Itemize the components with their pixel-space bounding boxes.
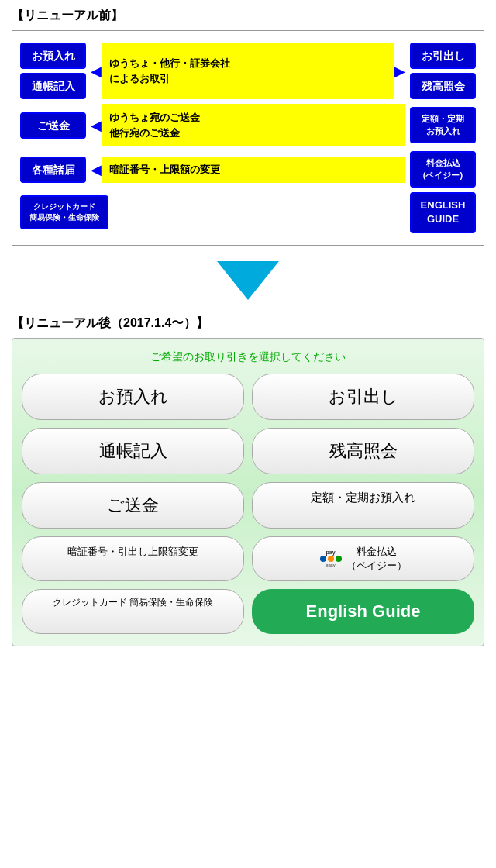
after-section: 【リニューアル後（2017.1.4〜）】 ご希望のお取り引きを選択してください … bbox=[12, 315, 484, 646]
before-fixed-btn[interactable]: 定額・定期お預入れ bbox=[410, 107, 476, 143]
before-label: 【リニューアル前】 bbox=[12, 8, 484, 24]
payeasy-logo: pay easy bbox=[320, 549, 342, 569]
before-misc-btn[interactable]: 各種諸届 bbox=[20, 157, 86, 183]
after-fixed-btn[interactable]: 定額・定期お預入れ bbox=[252, 482, 474, 529]
after-balance-btn[interactable]: 残高照会 bbox=[252, 428, 474, 474]
after-pin-btn[interactable]: 暗証番号・引出し上限額変更 bbox=[22, 536, 244, 581]
before-credit-btn[interactable]: クレジットカード簡易保険・生命保険 bbox=[20, 195, 108, 229]
arrow-down-container bbox=[12, 261, 484, 300]
arrow-right-1: ▶ bbox=[394, 63, 405, 80]
arrow-left-3: ◀ bbox=[91, 161, 102, 178]
arrow-left-2: ◀ bbox=[91, 117, 102, 134]
before-section: 【リニューアル前】 お預入れ 通帳記入 ◀ ゆうちょ・他行・証券会社によるお取引… bbox=[12, 8, 484, 246]
arrow-down-icon bbox=[217, 261, 279, 300]
after-panel: ご希望のお取り引きを選択してください お預入れ お引出し 通帳記入 残高照会 ご… bbox=[12, 338, 484, 646]
yellow-box-2: ゆうちょ宛のご送金他行宛のご送金 bbox=[102, 104, 405, 146]
before-panel: お預入れ 通帳記入 ◀ ゆうちょ・他行・証券会社によるお取引 ▶ お引出し 残高… bbox=[12, 30, 484, 246]
payeasy-label: 料金払込（ペイジー） bbox=[346, 545, 407, 573]
before-english-btn[interactable]: ENGLISHGUIDE bbox=[410, 192, 476, 232]
after-transfer-btn[interactable]: ご送金 bbox=[22, 482, 244, 529]
after-subtitle: ご希望のお取り引きを選択してください bbox=[22, 350, 474, 364]
after-label: 【リニューアル後（2017.1.4〜）】 bbox=[12, 315, 484, 332]
after-passbook-btn[interactable]: 通帳記入 bbox=[22, 428, 244, 474]
yellow-box-1: ゆうちょ・他行・証券会社によるお取引 bbox=[102, 43, 394, 99]
before-passbook-btn[interactable]: 通帳記入 bbox=[20, 73, 86, 99]
after-withdraw-btn[interactable]: お引出し bbox=[252, 374, 474, 420]
before-withdraw-btn[interactable]: お引出し bbox=[410, 43, 476, 69]
after-deposit-btn[interactable]: お預入れ bbox=[22, 374, 244, 420]
before-transfer-btn[interactable]: ご送金 bbox=[20, 112, 86, 139]
after-english-btn[interactable]: English Guide bbox=[252, 589, 474, 634]
before-balance-btn[interactable]: 残高照会 bbox=[410, 73, 476, 99]
before-payeasy-btn[interactable]: 料金払込(ペイジー) bbox=[410, 151, 476, 188]
after-credit-btn[interactable]: クレジットカード 簡易保険・生命保険 bbox=[22, 589, 244, 634]
yellow-box-3: 暗証番号・上限額の変更 bbox=[102, 157, 405, 183]
arrow-left-1: ◀ bbox=[91, 63, 102, 80]
before-deposit-btn[interactable]: お預入れ bbox=[20, 43, 86, 69]
after-payeasy-btn[interactable]: pay easy 料金払込（ペイジー） bbox=[252, 536, 474, 581]
